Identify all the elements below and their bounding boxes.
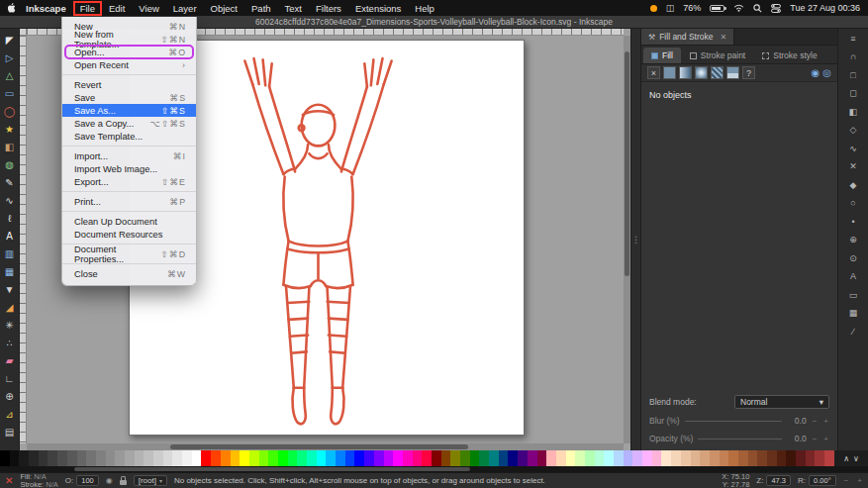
palette-swatch[interactable]: [460, 450, 470, 466]
palette-swatch[interactable]: [777, 450, 787, 466]
paint-pattern-button[interactable]: [711, 66, 723, 79]
tool-3dbox-icon[interactable]: ◧: [2, 138, 18, 155]
palette-swatch[interactable]: [19, 450, 29, 466]
snap-page-border-icon[interactable]: ▭: [846, 288, 860, 301]
palette-swatch[interactable]: [231, 450, 241, 466]
layer-visibility-icon[interactable]: ◉: [106, 476, 113, 485]
palette-swatch[interactable]: [67, 450, 77, 466]
vertical-ruler[interactable]: [20, 36, 27, 443]
palette-swatch[interactable]: [642, 450, 652, 466]
file-menu-item-save-as[interactable]: Save As...⇧⌘S: [62, 104, 196, 117]
palette-swatch[interactable]: [39, 450, 48, 466]
snap-object-center-icon[interactable]: ⊕: [846, 234, 860, 246]
blur-value[interactable]: 0.0: [787, 416, 807, 426]
palette-swatch[interactable]: [29, 450, 39, 466]
tool-tweak-icon[interactable]: ✳: [2, 316, 18, 334]
palette-swatch[interactable]: [336, 450, 345, 466]
fill-stroke-dialog-tab[interactable]: ⚒ Fill and Stroke ✕: [641, 29, 734, 45]
palette-swatch[interactable]: [201, 450, 211, 466]
palette-swatch[interactable]: [566, 450, 576, 466]
palette-swatch[interactable]: [815, 450, 824, 466]
tool-pencil-icon[interactable]: ✎: [2, 173, 18, 191]
paint-flat-button[interactable]: [663, 66, 676, 79]
zoom-in-button[interactable]: +: [856, 476, 863, 485]
palette-swatch[interactable]: [135, 450, 145, 466]
tool-pen-icon[interactable]: ∿: [2, 191, 18, 209]
menubar-item-extensions[interactable]: Extensions: [348, 2, 408, 15]
palette-swatch[interactable]: [432, 450, 441, 466]
paint-linear-gradient-button[interactable]: [679, 66, 692, 79]
file-menu-item-new-from-template[interactable]: New from Template...⇧⌘N: [62, 33, 196, 46]
palette-swatch[interactable]: [86, 450, 96, 466]
palette-swatch[interactable]: [556, 450, 566, 466]
file-menu-item-print[interactable]: Print...⌘P: [62, 195, 196, 208]
search-icon[interactable]: [753, 4, 762, 13]
display-icon[interactable]: ◫: [666, 3, 675, 13]
palette-swatch[interactable]: [537, 450, 547, 466]
canvas-horizontal-scrollbar[interactable]: [27, 443, 624, 450]
paint-swatch-button[interactable]: [726, 66, 739, 79]
palette-swatch[interactable]: [575, 450, 585, 466]
palette-swatch[interactable]: [786, 450, 796, 466]
palette-swatch[interactable]: [153, 450, 163, 466]
tool-ellipse-icon[interactable]: ◯: [2, 102, 18, 120]
palette-swatch[interactable]: [403, 450, 413, 466]
palette-swatch[interactable]: [479, 450, 489, 466]
palette-swatch[interactable]: [632, 450, 642, 466]
palette-swatch[interactable]: [595, 450, 605, 466]
wifi-icon[interactable]: [733, 4, 744, 12]
palette-swatch[interactable]: [757, 450, 767, 466]
palette-swatch[interactable]: [192, 450, 202, 466]
snap-bbox-icon[interactable]: □: [846, 68, 860, 81]
tool-eraser-icon[interactable]: ▰: [2, 351, 18, 369]
palette-swatch[interactable]: [57, 450, 67, 466]
palette-swatch[interactable]: [518, 450, 528, 466]
palette-down-button[interactable]: ∨: [853, 454, 859, 463]
fill-stroke-indicator[interactable]: Fill: N/A Stroke: N/A: [20, 473, 57, 488]
palette-swatch[interactable]: [0, 450, 10, 466]
palette-swatch[interactable]: [364, 450, 374, 466]
palette-swatch[interactable]: [144, 450, 153, 466]
palette-swatch[interactable]: [441, 450, 451, 466]
palette-swatch[interactable]: [326, 450, 336, 466]
file-menu-item-clean-up-document[interactable]: Clean Up Document: [62, 215, 196, 228]
layer-lock-icon[interactable]: [120, 480, 127, 485]
palette-swatch[interactable]: [268, 450, 278, 466]
file-menu-item-save[interactable]: Save⌘S: [62, 91, 196, 104]
palette-swatch[interactable]: [413, 450, 423, 466]
palette-swatch[interactable]: [624, 450, 633, 466]
paint-radial-gradient-button[interactable]: [695, 66, 708, 79]
tool-text-icon[interactable]: A: [2, 227, 18, 244]
file-menu-item-open-recent[interactable]: Open Recent›: [62, 58, 196, 71]
palette-scroll-thumb[interactable]: [74, 467, 470, 471]
palette-swatch[interactable]: [499, 450, 509, 466]
palette-swatch[interactable]: [125, 450, 135, 466]
palette-swatch[interactable]: [211, 450, 221, 466]
file-menu-item-revert[interactable]: Revert: [62, 78, 196, 91]
palette-swatch[interactable]: [728, 450, 738, 466]
file-menu-item-export[interactable]: Export...⇧⌘E: [62, 175, 196, 188]
snap-smooth-node-icon[interactable]: ○: [846, 197, 860, 210]
blur-decrement-button[interactable]: −: [812, 417, 819, 426]
menubar-item-object[interactable]: Object: [204, 2, 244, 15]
palette-swatch[interactable]: [450, 450, 460, 466]
snap-enable-icon[interactable]: ∩: [846, 50, 860, 63]
tool-mesh-icon[interactable]: ▦: [2, 262, 18, 280]
fill-rule-nonzero-button[interactable]: ◉: [812, 67, 820, 78]
blend-mode-select[interactable]: Normal▾: [734, 395, 829, 409]
vertical-scroll-thumb[interactable]: [625, 51, 629, 276]
palette-swatch[interactable]: [700, 450, 710, 466]
control-center-icon[interactable]: [771, 4, 781, 13]
tool-pages-icon[interactable]: ▤: [2, 423, 18, 440]
snap-grid-icon[interactable]: ▦: [846, 307, 860, 320]
tool-spray-icon[interactable]: ∴: [2, 334, 18, 351]
tool-calligraphy-icon[interactable]: ℓ: [2, 209, 18, 227]
tool-measure-icon[interactable]: ⊿: [2, 405, 18, 423]
zoom-control[interactable]: Z: 47.3: [756, 475, 791, 486]
palette-swatch[interactable]: [767, 450, 777, 466]
canvas-vertical-scrollbar[interactable]: [624, 36, 630, 443]
tab-stroke-paint[interactable]: Stroke paint: [682, 48, 753, 63]
menubar-item-inkscape[interactable]: Inkscape: [19, 2, 73, 15]
file-menu-item-close[interactable]: Close⌘W: [62, 267, 196, 280]
palette-swatch[interactable]: [748, 450, 758, 466]
